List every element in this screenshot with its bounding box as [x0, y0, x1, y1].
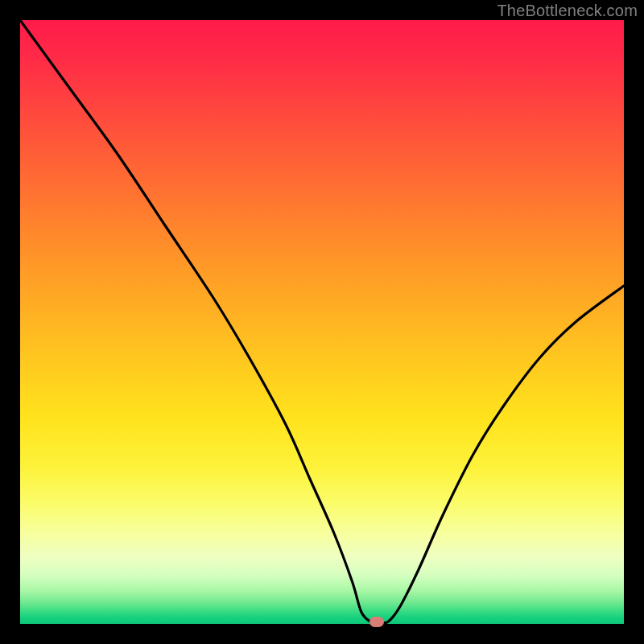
watermark-text: TheBottleneck.com	[497, 2, 638, 20]
plot-area	[20, 20, 624, 624]
minimum-marker	[369, 617, 384, 627]
bottleneck-curve	[20, 20, 624, 624]
curve-path	[20, 20, 624, 623]
chart-frame: TheBottleneck.com	[0, 0, 644, 644]
